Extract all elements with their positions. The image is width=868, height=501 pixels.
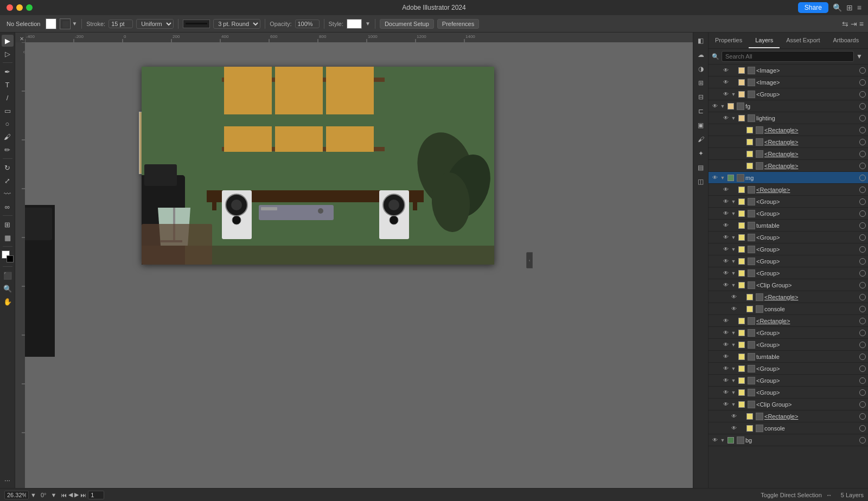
layer-expand-grp6[interactable]: ▼	[730, 259, 737, 264]
type-tool-btn[interactable]: T	[2, 79, 14, 91]
layer-target-grp12[interactable]	[859, 389, 866, 396]
layer-item-fg[interactable]: 👁▼fg	[709, 100, 868, 112]
layer-eye-bg[interactable]: 👁	[711, 436, 719, 445]
layer-expand-fg[interactable]: ▼	[719, 104, 726, 109]
layer-target-rect2[interactable]	[859, 139, 866, 145]
fill-stroke-btn[interactable]: ▣	[695, 119, 707, 131]
layer-item-clipgrp1[interactable]: 👁▼<Clip Group>	[709, 279, 868, 291]
layer-item-turntable1[interactable]: 👁turntable	[709, 220, 868, 232]
style-swatch[interactable]	[347, 19, 362, 29]
layer-target-turntable2[interactable]	[859, 354, 866, 360]
layer-item-img1[interactable]: 👁<Image>	[709, 65, 868, 76]
layer-expand-grp5[interactable]: ▼	[730, 247, 737, 252]
layer-eye-grp4[interactable]: 👁	[722, 233, 730, 242]
layer-eye-grp9[interactable]: 👁	[722, 341, 730, 349]
columns-tool-btn[interactable]: ⊞	[2, 219, 14, 230]
selection-tool-btn[interactable]: ▶	[2, 35, 14, 47]
layer-expand-bg[interactable]: ▼	[719, 438, 726, 443]
tab-layers[interactable]: Layers	[749, 33, 780, 48]
layer-item-console1[interactable]: 👁console	[709, 303, 868, 315]
layer-eye-clipgrp2[interactable]: 👁	[722, 400, 730, 409]
layer-target-console2[interactable]	[859, 425, 866, 432]
layer-expand-grp7[interactable]: ▼	[730, 271, 737, 276]
layer-expand-grp11[interactable]: ▼	[730, 378, 737, 383]
layer-eye-rect8[interactable]: 👁	[730, 412, 738, 421]
layer-eye-grp3[interactable]: 👁	[722, 209, 730, 218]
rect-tool-btn[interactable]: ▭	[2, 105, 14, 117]
layer-eye-grp11[interactable]: 👁	[722, 376, 730, 385]
layer-item-grp7[interactable]: 👁▼<Group>	[709, 267, 868, 279]
align-btn[interactable]: ⊟	[695, 91, 707, 103]
layer-expand-grp12[interactable]: ▼	[730, 390, 737, 395]
layer-item-grp10[interactable]: 👁▼<Group>	[709, 363, 868, 375]
panel-collapse-btn[interactable]: ‹	[526, 252, 533, 268]
layer-eye-img2[interactable]: 👁	[722, 78, 730, 87]
stroke-swatch[interactable]	[60, 18, 71, 29]
layer-target-fg[interactable]	[859, 103, 866, 110]
layer-eye-console1[interactable]: 👁	[730, 305, 738, 313]
more-tools-btn[interactable]: ···	[2, 474, 14, 486]
direct-select-btn[interactable]: ▷	[2, 48, 14, 60]
blend-tool-btn[interactable]: ∞	[2, 201, 14, 213]
layer-item-rect1[interactable]: <Rectangle>	[709, 124, 868, 136]
layer-eye-clipgrp1[interactable]: 👁	[722, 281, 730, 290]
layer-target-grp4[interactable]	[859, 234, 866, 241]
layer-eye-turntable1[interactable]: 👁	[722, 221, 730, 230]
layer-target-grp8[interactable]	[859, 330, 866, 336]
stroke-preview[interactable]	[183, 20, 210, 28]
canvas-content[interactable]	[25, 42, 693, 488]
layer-eye-mg[interactable]: 👁	[711, 174, 719, 182]
layer-target-img2[interactable]	[859, 79, 866, 86]
layer-item-img2[interactable]: 👁<Image>	[709, 76, 868, 88]
share-button[interactable]: Share	[798, 2, 828, 13]
warp-tool-btn[interactable]: 〰	[2, 188, 14, 200]
layer-eye-grp2[interactable]: 👁	[722, 197, 730, 206]
layer-target-grp7[interactable]	[859, 270, 866, 277]
more-icon[interactable]: ≡	[857, 3, 861, 12]
fill-swatch[interactable]	[46, 18, 56, 29]
ellipse-tool-btn[interactable]: ○	[2, 118, 14, 130]
brush-tool-btn[interactable]: 🖌	[2, 131, 14, 143]
rotate-tool-btn[interactable]: ↻	[2, 162, 14, 174]
transform-strip-btn[interactable]: ⊞	[695, 77, 707, 89]
layer-target-clipgrp1[interactable]	[859, 282, 866, 288]
layer-eye-grp6[interactable]: 👁	[722, 257, 730, 266]
layer-eye-grp8[interactable]: 👁	[722, 329, 730, 337]
layer-eye-rect6[interactable]: 👁	[730, 293, 738, 301]
gradient-tool-btn[interactable]: ▦	[2, 232, 14, 243]
layer-item-grp11[interactable]: 👁▼<Group>	[709, 375, 868, 387]
transparency-btn[interactable]: ◫	[695, 176, 707, 188]
layer-target-grp11[interactable]	[859, 377, 866, 384]
pencil-tool-btn[interactable]: ✏	[2, 144, 14, 156]
layer-expand-mg[interactable]: ▼	[719, 175, 726, 181]
layer-target-grp10[interactable]	[859, 365, 866, 372]
layer-target-rect1[interactable]	[859, 127, 866, 133]
layer-item-turntable2[interactable]: 👁turntable	[709, 351, 868, 363]
layer-item-grp1[interactable]: 👁▼<Group>	[709, 88, 868, 100]
zoom-dropdown-icon[interactable]: ▼	[30, 492, 36, 498]
preferences-button[interactable]: Preferences	[437, 19, 479, 29]
stroke-value[interactable]	[108, 20, 133, 28]
layer-eye-rect7[interactable]: 👁	[722, 317, 730, 325]
tab-properties[interactable]: Properties	[709, 33, 749, 48]
layer-expand-lighting[interactable]: ▼	[730, 115, 737, 121]
layer-item-clipgrp2[interactable]: 👁▼<Clip Group>	[709, 399, 868, 410]
properties-strip-btn[interactable]: ◧	[695, 35, 707, 47]
layer-target-grp5[interactable]	[859, 246, 866, 253]
layer-eye-grp12[interactable]: 👁	[722, 388, 730, 397]
color-boxes[interactable]	[2, 251, 14, 262]
layer-item-mg[interactable]: 👁▼mg	[709, 172, 868, 184]
layer-item-grp12[interactable]: 👁▼<Group>	[709, 387, 868, 399]
gradient-strip-btn[interactable]: ▤	[695, 162, 707, 174]
layer-eye-rect4[interactable]	[730, 162, 738, 170]
layer-target-lighting[interactable]	[859, 115, 866, 121]
opacity-value[interactable]	[295, 20, 320, 28]
layer-target-grp6[interactable]	[859, 258, 866, 265]
artboard-number[interactable]	[88, 491, 104, 499]
layer-item-grp4[interactable]: 👁▼<Group>	[709, 232, 868, 243]
stroke-color[interactable]	[7, 255, 14, 262]
next-artboard-btn[interactable]: ⏭	[80, 492, 86, 498]
layers-list[interactable]: 👁<Image>👁<Image>👁▼<Group>👁▼fg👁▼lighting<…	[709, 65, 868, 488]
brushes-btn[interactable]: 🖌	[695, 133, 707, 145]
layer-item-bg[interactable]: 👁▼bg	[709, 434, 868, 446]
